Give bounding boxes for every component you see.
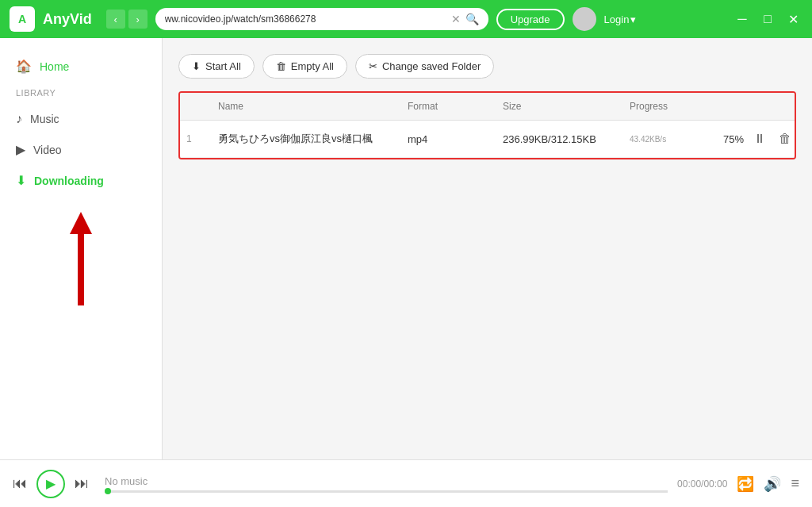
chevron-down-icon: ▾ [630,13,636,25]
trash-icon: 🗑 [276,60,286,72]
title-bar: A AnyVid ‹ › ww.nicovideo.jp/watch/sm368… [0,0,812,38]
table-row: 1 勇気ちひろvs御伽原江良vs樋口楓 mp4 236.99KB/312.15K… [180,121,795,158]
minimize-button[interactable]: ─ [733,10,752,29]
col-format-header: Format [408,101,503,112]
sidebar-home-label: Home [40,60,69,73]
player-bar: ⏮ ▶ ⏭ No music 00:00/00:00 🔁 🔊 ≡ [0,459,812,507]
pause-button[interactable]: ⏸ [750,130,769,148]
change-folder-button[interactable]: ✂ Change saved Folder [355,54,494,79]
player-next-button[interactable]: ⏭ [75,475,89,492]
arrow-shaft [78,234,84,305]
search-icon[interactable]: 🔍 [465,13,479,25]
app-logo: A [10,6,35,32]
maximize-button[interactable]: □ [758,10,777,29]
sidebar-item-downloading[interactable]: ⬇ Downloading [0,165,162,196]
row-size: 236.99KB/312.15KB [503,133,630,145]
col-progress-header: Progress [630,101,788,112]
progress-speed: 43.42KB/s [630,135,666,144]
col-num-header [186,101,218,112]
col-size-header: Size [503,101,630,112]
nav-forward-button[interactable]: › [128,10,147,29]
url-text: ww.nicovideo.jp/watch/sm36866278 [165,13,446,25]
sidebar-downloading-label: Downloading [34,175,104,187]
nav-arrows: ‹ › [106,10,147,29]
download-table: Name Format Size Progress 1 勇気ちひろvs御伽原江良… [178,91,796,159]
delete-button[interactable]: 🗑 [776,130,795,148]
url-bar[interactable]: ww.nicovideo.jp/watch/sm36866278 ✕ 🔍 [155,8,488,30]
table-header: Name Format Size Progress [180,93,795,121]
download-icon: ⬇ [16,173,26,188]
sidebar-item-music[interactable]: ♪ Music [0,104,162,134]
player-title: No music [105,475,668,487]
url-close-icon[interactable]: ✕ [451,13,461,25]
player-playlist-button[interactable]: ≡ [791,475,799,492]
player-play-button[interactable]: ▶ [36,470,65,498]
player-progress-bar[interactable] [105,490,668,493]
col-name-header: Name [218,101,408,112]
toolbar: ⬇ Start All 🗑 Empty All ✂ Change saved F… [178,54,796,79]
content-area: ⬇ Start All 🗑 Empty All ✂ Change saved F… [163,38,812,459]
download-icon: ⬇ [192,60,201,72]
start-all-button[interactable]: ⬇ Start All [178,54,255,79]
row-name: 勇気ちひろvs御伽原江良vs樋口楓 [218,132,408,146]
window-controls: ─ □ ✕ [733,10,802,29]
row-progress: 43.42KB/s 75% ⏸ 🗑 [630,130,788,148]
login-button[interactable]: Login ▾ [604,13,637,25]
upgrade-button[interactable]: Upgrade [496,9,565,30]
avatar [573,7,596,31]
player-time: 00:00/00:00 [677,478,727,490]
nav-back-button[interactable]: ‹ [106,10,125,29]
player-repeat-button[interactable]: 🔁 [737,475,754,493]
player-controls-right: 🔁 🔊 ≡ [737,475,799,493]
sidebar-video-label: Video [33,144,62,156]
sidebar: 🏠 Home Library ♪ Music ▶ Video ⬇ Downloa… [0,38,163,459]
sidebar-item-video[interactable]: ▶ Video [0,134,162,165]
close-button[interactable]: ✕ [783,10,802,29]
library-section-label: Library [0,82,162,104]
progress-percent: 75% [723,133,744,145]
home-icon: 🏠 [16,59,32,74]
player-prev-button[interactable]: ⏮ [13,475,27,492]
main-layout: 🏠 Home Library ♪ Music ▶ Video ⬇ Downloa… [0,38,812,459]
row-format: mp4 [408,133,503,145]
player-info: No music [98,475,668,493]
scissors-icon: ✂ [369,60,377,72]
music-icon: ♪ [16,112,22,126]
sidebar-item-home[interactable]: 🏠 Home [0,51,162,82]
player-volume-button[interactable]: 🔊 [764,475,781,493]
video-icon: ▶ [16,142,25,157]
progress-container: 43.42KB/s 75% ⏸ 🗑 [630,130,788,148]
app-title: AnyVid [43,11,92,28]
empty-all-button[interactable]: 🗑 Empty All [262,54,347,79]
sidebar-music-label: Music [30,113,59,125]
row-number: 1 [186,133,218,144]
action-buttons: ⏸ 🗑 [750,130,795,148]
player-dot [105,488,111,494]
arrow-head-icon [70,212,92,234]
